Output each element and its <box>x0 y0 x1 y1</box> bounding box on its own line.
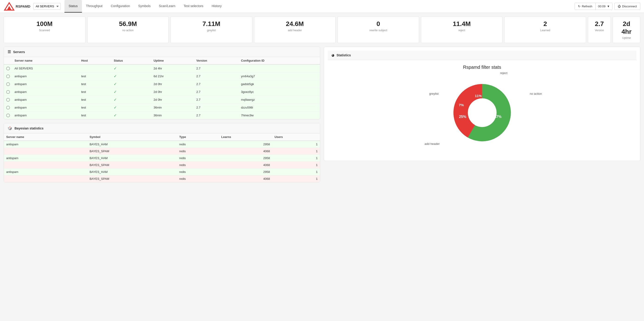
stats-row: 100M Scanned 56.9M no action 7.11M greyl… <box>4 16 640 43</box>
cell-server-name: antispam <box>12 104 79 111</box>
tab-symbols[interactable]: Symbols <box>134 0 155 13</box>
cell-host: test <box>79 96 112 104</box>
table-row: antispam test ✓ 6d 21hr 2.7 ym64a3g7 <box>4 72 320 80</box>
stat-version-value: 2.7 <box>593 20 606 28</box>
bayesian-card: 🎲 Bayesian statistics Server name Symbol… <box>4 123 320 182</box>
servers-card: ☰ Servers Server name Host Status Uptime… <box>4 47 320 119</box>
cell-uptime: 2d 0hr <box>151 96 194 104</box>
cell-host: test <box>79 80 112 88</box>
tab-status[interactable]: Status <box>64 0 82 13</box>
cell-bay-learns: 4068 <box>219 148 272 155</box>
stat-scanned-value: 100M <box>8 20 80 28</box>
pct-noaction: 57% <box>494 115 502 119</box>
statistics-icon: ◕ <box>332 53 334 57</box>
cell-version: 2.7 <box>194 111 239 119</box>
cell-bay-type: redis <box>177 148 219 155</box>
radio-cell[interactable] <box>4 96 12 104</box>
cell-host: test <box>79 72 112 80</box>
stat-rewrite-subject: 0 rewrite subject <box>338 16 419 43</box>
servers-card-header: ☰ Servers <box>4 47 320 57</box>
radio-cell[interactable] <box>4 104 12 111</box>
refresh-button[interactable]: ↻ Refresh <box>575 3 596 10</box>
label-add-header: add header <box>425 142 440 146</box>
table-row: BAYES_SPAM redis 4068 1 <box>4 148 320 155</box>
cell-status: ✓ <box>112 111 151 119</box>
cell-bay-users: 1 <box>272 169 320 175</box>
bayesian-table: Server name Symbol Type Learns Users ant… <box>4 133 320 182</box>
cell-config-id: ym64a3g7 <box>239 72 320 80</box>
cell-version: 2.7 <box>194 96 239 104</box>
stat-version-label: Version <box>593 29 606 32</box>
server-select[interactable]: All SERVERS antispam <box>33 3 61 10</box>
cell-bay-learns: 2958 <box>219 155 272 162</box>
cell-uptime: 6d 21hr <box>151 72 194 80</box>
bayesian-title: Bayesian statistics <box>14 126 44 130</box>
main-content: 100M Scanned 56.9M no action 7.11M greyl… <box>0 13 644 186</box>
cell-bay-server: antispam <box>4 155 87 162</box>
stat-no-action: 56.9M no action <box>87 16 169 43</box>
cell-bay-learns: 4068 <box>219 162 272 169</box>
col-config-id: Configuration ID <box>239 57 320 64</box>
cell-config-id: mq9awrgz <box>239 96 320 104</box>
disconnect-button[interactable]: ⏻ Disconnect <box>614 3 640 10</box>
radio-cell[interactable] <box>4 80 12 88</box>
tab-throughput[interactable]: Throughput <box>82 0 107 13</box>
cell-version: 2.7 <box>194 64 239 72</box>
stat-reject-value: 11.4M <box>426 20 498 28</box>
cell-bay-type: redis <box>177 162 219 169</box>
refresh-label: Refresh <box>582 4 592 8</box>
table-row: BAYES_SPAM redis 4068 1 <box>4 162 320 169</box>
radio-cell[interactable] <box>4 88 12 96</box>
left-column: ☰ Servers Server name Host Status Uptime… <box>4 47 320 182</box>
cell-bay-learns: 2958 <box>219 141 272 148</box>
radio-cell[interactable] <box>4 72 12 80</box>
cell-status: ✓ <box>112 64 151 72</box>
check-icon: ✓ <box>114 90 117 94</box>
radio-cell[interactable] <box>4 64 12 72</box>
col-radio <box>4 57 12 64</box>
statistics-title: Statistics <box>336 53 351 57</box>
cell-bay-server <box>4 162 87 169</box>
stat-add-header: 24.6M add header <box>254 16 336 43</box>
check-icon: ✓ <box>114 98 117 102</box>
tab-history[interactable]: History <box>208 0 226 13</box>
col-uptime: Uptime <box>151 57 194 64</box>
stat-no-action-value: 56.9M <box>92 20 164 28</box>
cell-bay-server: antispam <box>4 169 87 175</box>
brand-name: RSPAMD <box>16 4 30 8</box>
stat-scanned-label: Scanned <box>8 29 80 32</box>
col-bay-users: Users <box>272 133 320 141</box>
stat-learned-value: 2 <box>509 20 581 28</box>
cell-status: ✓ <box>112 80 151 88</box>
cell-bay-type: redis <box>177 169 219 175</box>
stat-add-header-value: 24.6M <box>259 20 331 28</box>
cell-uptime: 2d 0hr <box>151 80 194 88</box>
cell-bay-server <box>4 148 87 155</box>
cell-version: 2.7 <box>194 104 239 111</box>
col-host: Host <box>79 57 112 64</box>
cell-server-name: antispam <box>12 72 79 80</box>
tab-testselectors[interactable]: Test selectors <box>180 0 208 13</box>
tab-configuration[interactable]: Configuration <box>106 0 134 13</box>
tab-scanlearn[interactable]: Scan/Learn <box>155 0 180 13</box>
pct-reject: 11% <box>475 94 482 98</box>
cell-version: 2.7 <box>194 88 239 96</box>
timer-button[interactable]: 00:09 ▼ <box>596 3 612 10</box>
label-greylist: greylist <box>429 92 439 95</box>
cell-bay-server <box>4 175 87 182</box>
servers-table: Server name Host Status Uptime Version C… <box>4 57 320 119</box>
radio-cell[interactable] <box>4 111 12 119</box>
cell-bay-users: 1 <box>272 148 320 155</box>
cell-bay-symbol: BAYES_SPAM <box>87 175 177 182</box>
label-reject: reject <box>500 71 508 75</box>
check-icon: ✓ <box>114 74 117 78</box>
servers-title: Servers <box>13 50 25 54</box>
cell-config-id: gadsb5gk <box>239 80 320 88</box>
cell-host <box>79 64 112 72</box>
cell-uptime: 36min <box>151 111 194 119</box>
chart-title: Rspamd filter stats <box>463 65 501 70</box>
stat-uptime: 2d 4hr Uptime <box>613 16 640 43</box>
cell-bay-symbol: BAYES_SPAM <box>87 162 177 169</box>
donut-chart-svg: 57% 25% 7% 11% <box>443 74 521 152</box>
stat-reject: 11.4M reject <box>421 16 503 43</box>
